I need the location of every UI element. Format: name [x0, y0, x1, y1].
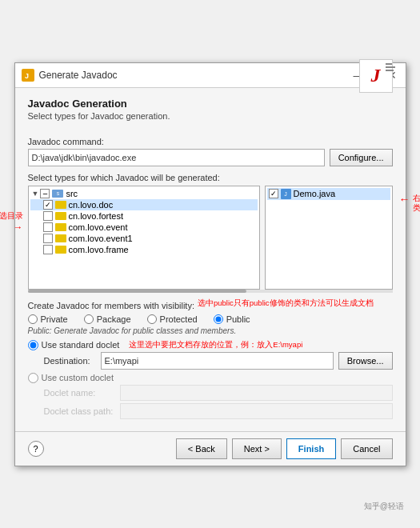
- doclet-classpath-input: [120, 403, 393, 419]
- tree-label-com-lovo-event1: com.lovo.event1: [69, 234, 133, 243]
- logo-line-1: [386, 63, 392, 65]
- watermark: 知乎@轻语: [364, 501, 404, 512]
- dialog-title: Generate Javadoc: [39, 70, 118, 81]
- tree-item-com-lovo-event[interactable]: com.lovo.event: [30, 222, 258, 233]
- src-icon: s: [52, 190, 63, 198]
- tree-label-com-lovo-event: com.lovo.event: [69, 222, 128, 232]
- tree-item-src[interactable]: ▼ s src: [30, 188, 258, 199]
- dialog-window: J Generate Javadoc – □ ✕ Javadoc Generat…: [14, 62, 406, 466]
- radio-public[interactable]: Public: [214, 314, 250, 324]
- custom-doclet-label: Use custom doclet: [42, 373, 114, 382]
- file-panel[interactable]: J Demo.java: [265, 186, 393, 290]
- title-bar-left: J Generate Javadoc: [22, 69, 118, 82]
- back-button[interactable]: < Back: [176, 438, 227, 459]
- doclet-name-label: Doclet name:: [44, 388, 120, 398]
- checkbox-com-lovo-frame[interactable]: [43, 245, 53, 254]
- javadoc-command-label: Javadoc command:: [28, 137, 393, 146]
- checkbox-com-lovo-event[interactable]: [43, 222, 53, 232]
- checkbox-com-lovo-event1[interactable]: [43, 234, 53, 243]
- radio-package[interactable]: Package: [84, 314, 131, 324]
- checkbox-cn-lovo-doc[interactable]: [43, 200, 53, 210]
- visibility-annotation: 选中public只有public修饰的类和方法可以生成文档: [198, 298, 374, 309]
- pkg-icon-5: [55, 246, 66, 254]
- file-item-demo-java[interactable]: J Demo.java: [267, 188, 390, 200]
- header-section: Javadoc Generation Select types for Java…: [28, 98, 170, 129]
- radio-input-package[interactable]: [84, 314, 94, 324]
- pkg-icon-2: [55, 212, 66, 220]
- javadoc-logo: J: [359, 59, 393, 93]
- radio-private[interactable]: Private: [28, 314, 68, 324]
- radio-input-public[interactable]: [214, 314, 223, 324]
- visibility-label: Create Javadoc for members with visibili…: [28, 301, 194, 310]
- checkbox-demo-java[interactable]: [269, 189, 278, 198]
- doclet-name-input: [120, 385, 393, 401]
- dialog-icon: J: [22, 69, 34, 82]
- scrollbar-thumb[interactable]: [28, 290, 247, 293]
- javadoc-command-input[interactable]: [28, 149, 325, 166]
- standard-doclet-label: Use standard doclet: [42, 340, 120, 350]
- radio-standard-doclet[interactable]: [28, 340, 38, 350]
- types-section-label: Select types for which Javadoc will be g…: [28, 173, 393, 182]
- tree-item-com-lovo-frame[interactable]: com.lovo.frame: [30, 244, 258, 255]
- tree-label-cn-lovo-doc: cn.lovo.doc: [69, 200, 114, 210]
- tree-panel[interactable]: ▼ s src cn.lovo.doc c: [28, 186, 260, 290]
- checkbox-cn-lovo-fortest[interactable]: [43, 211, 53, 221]
- radio-input-private[interactable]: [28, 314, 38, 324]
- annotation-left-container: 左侧选目录 →: [0, 210, 23, 233]
- logo-letter: J: [371, 65, 381, 86]
- destination-annotation: 这里选中要把文档存放的位置，例：放入E:\myapi: [129, 340, 302, 350]
- doclet-classpath-label: Doclet class path:: [44, 406, 120, 416]
- bottom-bar: ? < Back Next > Finish Cancel: [15, 431, 406, 466]
- radio-label-private: Private: [41, 314, 68, 324]
- annotation-right-arrow: ←: [399, 194, 410, 205]
- types-wrapper: 左侧选目录 → ▼ s src c: [28, 186, 393, 290]
- destination-input[interactable]: [101, 352, 334, 370]
- logo-decoration: [386, 63, 395, 71]
- page-title: Javadoc Generation: [28, 98, 170, 110]
- finish-button[interactable]: Finish: [286, 438, 336, 459]
- scrollbar-track: [28, 290, 393, 293]
- bottom-right: < Back Next > Finish Cancel: [176, 438, 393, 459]
- visibility-description: Public: Generate Javadoc for public clas…: [28, 326, 393, 335]
- title-bar: J Generate Javadoc – □ ✕: [15, 63, 406, 88]
- pkg-icon-4: [55, 234, 66, 242]
- help-button[interactable]: ?: [28, 441, 44, 457]
- next-button[interactable]: Next >: [232, 438, 282, 459]
- dialog-body: Javadoc Generation Select types for Java…: [15, 88, 406, 431]
- tree-label-com-lovo-frame: com.lovo.frame: [69, 245, 129, 254]
- cancel-button[interactable]: Cancel: [341, 438, 392, 459]
- pkg-icon-1: [55, 201, 66, 209]
- tree-item-src-label: src: [66, 189, 78, 198]
- radio-custom-doclet[interactable]: [28, 373, 38, 383]
- javadoc-command-row: Configure...: [28, 149, 393, 166]
- radio-label-package: Package: [97, 314, 131, 324]
- logo-line-2: [386, 66, 395, 68]
- logo-line-3: [386, 70, 394, 71]
- types-container: ▼ s src cn.lovo.doc c: [28, 186, 393, 290]
- destination-row: Destination: Browse...: [44, 352, 393, 370]
- svg-text:J: J: [25, 72, 29, 80]
- doclet-classpath-row: Doclet class path:: [44, 403, 393, 419]
- doclet-fields: Doclet name: Doclet class path:: [44, 385, 393, 419]
- visibility-section: Create Javadoc for members with visibili…: [28, 296, 393, 312]
- expand-icon-src: ▼: [32, 190, 39, 198]
- visibility-radio-row: Private Package Protected Public: [28, 314, 393, 324]
- configure-button[interactable]: Configure...: [330, 149, 393, 166]
- custom-doclet-option[interactable]: Use custom doclet: [28, 373, 393, 383]
- tree-label-cn-lovo-fortest: cn.lovo.fortest: [69, 211, 123, 221]
- radio-label-public: Public: [226, 314, 250, 324]
- radio-label-protected: Protected: [160, 314, 198, 324]
- annotation-right-container: ← 右侧选中要生成文档的类: [399, 194, 421, 214]
- tree-item-cn-lovo-fortest[interactable]: cn.lovo.fortest: [30, 210, 258, 222]
- standard-doclet-option[interactable]: Use standard doclet 这里选中要把文档存放的位置，例：放入E:…: [28, 340, 393, 350]
- destination-label: Destination:: [44, 356, 96, 366]
- tree-item-cn-lovo-doc[interactable]: cn.lovo.doc: [30, 199, 258, 210]
- doclet-section: Use standard doclet 这里选中要把文档存放的位置，例：放入E:…: [28, 340, 393, 419]
- radio-input-protected[interactable]: [147, 314, 157, 324]
- checkbox-src[interactable]: [40, 189, 50, 198]
- browse-button[interactable]: Browse...: [338, 352, 393, 370]
- annotation-left-text: 左侧选目录: [0, 211, 23, 220]
- tree-item-com-lovo-event1[interactable]: com.lovo.event1: [30, 233, 258, 244]
- file-label-demo-java: Demo.java: [294, 189, 336, 198]
- radio-protected[interactable]: Protected: [147, 314, 198, 324]
